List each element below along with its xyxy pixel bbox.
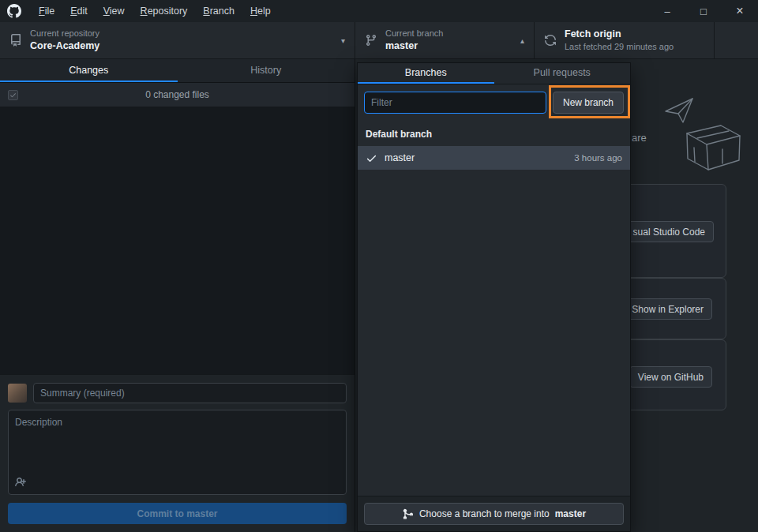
tab-branches[interactable]: Branches (358, 63, 494, 84)
menu-edit[interactable]: Edit (62, 0, 96, 22)
branch-filter-input[interactable] (364, 92, 546, 114)
current-repository-name: Core-Academy (30, 39, 335, 53)
description-box (8, 410, 347, 495)
git-merge-icon (402, 508, 414, 520)
menu-help[interactable]: Help (242, 0, 279, 22)
merge-branch-button[interactable]: Choose a branch to merge into master (364, 503, 624, 525)
no-changes-illustration (659, 92, 746, 175)
new-branch-button[interactable]: New branch (553, 92, 624, 114)
current-branch-selector[interactable]: Current branch master ▴ (355, 22, 535, 58)
description-input[interactable] (9, 410, 346, 472)
fetch-origin-subtitle: Last fetched 29 minutes ago (565, 41, 704, 53)
chevron-down-icon: ▾ (341, 36, 345, 45)
current-branch-label: Current branch (385, 28, 514, 39)
current-repository-selector[interactable]: Current repository Core-Academy ▾ (0, 22, 355, 58)
close-icon[interactable]: × (722, 0, 758, 22)
changes-list-empty (0, 107, 355, 374)
menu-branch[interactable]: Branch (195, 0, 242, 22)
toolbar-spacer (715, 22, 758, 58)
summary-input[interactable] (33, 383, 347, 403)
add-coauthor-button[interactable] (15, 475, 29, 489)
branch-dropdown-footer: Choose a branch to merge into master (358, 496, 630, 531)
fetch-origin-button[interactable]: Fetch origin Last fetched 29 minutes ago (535, 22, 715, 58)
repo-icon (9, 34, 22, 47)
sidebar-tabbar: Changes History (0, 59, 355, 83)
select-all-checkbox[interactable] (8, 90, 18, 100)
branch-filter-row: New branch (358, 84, 630, 121)
open-in-editor-button[interactable]: sual Studio Code (625, 221, 714, 242)
view-on-github-button[interactable]: View on GitHub (629, 366, 712, 388)
branch-name: master (385, 152, 415, 163)
maximize-icon[interactable]: □ (685, 0, 722, 22)
default-branch-header: Default branch (358, 121, 630, 146)
branch-list-empty (358, 170, 630, 496)
git-branch-icon (365, 34, 377, 47)
check-icon (366, 152, 377, 164)
hidden-text-fragment: are (632, 132, 647, 144)
menu-bar: File Edit View Repository Branch Help (31, 0, 279, 22)
show-in-explorer-button[interactable]: Show in Explorer (623, 298, 712, 320)
changes-sidebar: Changes History 0 changed files Commit t… (0, 59, 355, 532)
current-repository-label: Current repository (30, 28, 335, 39)
avatar (8, 384, 27, 403)
branch-dropdown-tabbar: Branches Pull requests (358, 63, 630, 84)
chevron-up-icon: ▴ (520, 36, 524, 45)
branch-last-commit-time: 3 hours ago (574, 153, 622, 163)
window-controls: – □ × (649, 0, 758, 22)
toolbar: Current repository Core-Academy ▾ Curren… (0, 22, 758, 59)
changed-files-header: 0 changed files (0, 83, 355, 107)
tab-history[interactable]: History (178, 59, 355, 82)
changed-files-count: 0 changed files (145, 89, 209, 100)
menu-repository[interactable]: Repository (133, 0, 196, 22)
menu-view[interactable]: View (96, 0, 133, 22)
commit-form: Commit to master (0, 374, 355, 532)
current-branch-name: master (385, 39, 514, 53)
branch-row-master[interactable]: master 3 hours ago (358, 146, 630, 170)
sync-icon (544, 34, 557, 47)
titlebar: File Edit View Repository Branch Help – … (0, 0, 758, 22)
fetch-origin-title: Fetch origin (565, 28, 704, 41)
tab-changes[interactable]: Changes (0, 59, 178, 82)
menu-file[interactable]: File (31, 0, 62, 22)
tab-pull-requests[interactable]: Pull requests (494, 63, 631, 84)
person-add-icon (15, 476, 28, 489)
branch-dropdown: Branches Pull requests New branch Defaul… (357, 62, 631, 532)
minimize-icon[interactable]: – (649, 0, 685, 22)
commit-button[interactable]: Commit to master (8, 503, 347, 524)
github-logo-icon (7, 4, 21, 18)
check-icon (9, 92, 17, 99)
